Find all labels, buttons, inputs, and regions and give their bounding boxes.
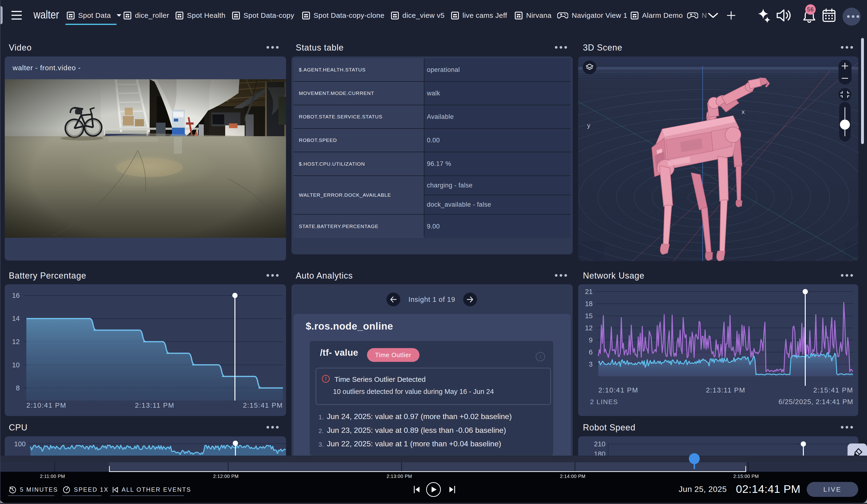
svg-text:2:15:41 PM: 2:15:41 PM [813, 386, 853, 394]
svg-text:21: 21 [585, 288, 593, 295]
svg-text:2:10:41 PM: 2:10:41 PM [26, 402, 66, 409]
svg-text:2:13:11 PM: 2:13:11 PM [706, 386, 746, 394]
svg-text:10: 10 [12, 361, 20, 369]
svg-text:16: 16 [12, 292, 20, 299]
svg-text:2 LINES: 2 LINES [590, 398, 618, 406]
svg-text:x: x [741, 108, 745, 115]
svg-text:2:10:41 PM: 2:10:41 PM [598, 386, 638, 394]
svg-text:2:13:11 PM: 2:13:11 PM [135, 402, 174, 409]
svg-text:9: 9 [589, 336, 593, 344]
svg-text:6/25/2025, 2:14:41 PM: 6/25/2025, 2:14:41 PM [779, 398, 853, 406]
svg-text:100: 100 [14, 440, 26, 448]
svg-text:18: 18 [585, 300, 593, 308]
svg-text:15: 15 [585, 312, 593, 320]
svg-text:210: 210 [594, 440, 606, 448]
svg-text:180: 180 [594, 450, 606, 456]
svg-text:12: 12 [12, 338, 20, 346]
svg-text:2:15:41 PM: 2:15:41 PM [243, 402, 283, 409]
svg-text:3: 3 [589, 360, 593, 368]
svg-text:12: 12 [585, 324, 593, 332]
svg-text:14: 14 [12, 315, 20, 322]
svg-text:y: y [587, 122, 590, 129]
svg-text:8: 8 [16, 384, 20, 392]
svg-text:6: 6 [589, 348, 593, 356]
